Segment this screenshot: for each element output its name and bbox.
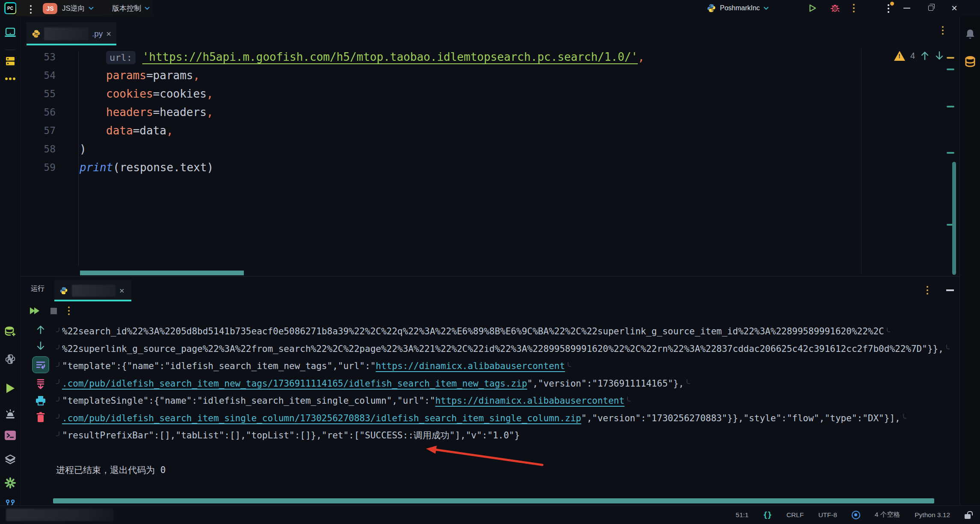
project-menu[interactable]: JS逆向 [62,0,94,16]
line-number[interactable]: 59 [21,158,56,177]
titlebar-actions [808,0,855,16]
highlighting-eye-icon[interactable] [852,511,860,519]
editor-tab-bar: .py × [21,16,959,47]
pycharm-logo-icon[interactable]: PC [4,2,16,14]
project-toolwindow-button[interactable] [0,27,21,38]
python-icon [707,3,716,13]
console-line: .com/pub/idlefish_search_item_new_tags/1… [56,375,954,393]
caret-position-widget[interactable]: 51:1 [736,511,749,519]
window-kebab-wrap[interactable] [884,3,893,15]
console-line: %22superlink_g_source_page%22%3A%22from_… [56,340,954,358]
more-toolwindows-button[interactable] [0,77,21,80]
layers-toolwindow-button[interactable] [0,454,21,466]
left-toolwindow-bar [0,16,21,505]
code-token: , [207,106,213,119]
vcs-menu[interactable]: 版本控制 [112,0,150,16]
code-style-braces-icon[interactable]: {} [763,511,772,519]
interpreter-widget[interactable]: Python 3.12 [915,511,950,519]
code-token: =headers [153,106,207,119]
unlocked-icon[interactable] [965,514,971,519]
database-add-toolwindow-button[interactable] [0,325,21,337]
scroll-to-end-icon[interactable] [36,378,45,390]
code-line: 56headers=headers, [21,103,959,122]
stripe-mark[interactable] [947,152,954,154]
console-hyperlink[interactable]: https://dinamicx.alibabausercontent [435,392,625,410]
stripe-warning-mark[interactable] [947,57,954,59]
main-menu-kebab-icon[interactable] [30,5,32,14]
editor-horizontal-scrollbar[interactable] [80,271,244,275]
console-text: "templateSingle":{"name":"idlefish_searc… [62,392,435,410]
down-stacktrace-icon[interactable] [36,341,45,351]
notifications-bell-icon[interactable] [960,28,980,40]
stop-button[interactable] [50,308,57,314]
prev-arrow-icon[interactable] [920,51,930,61]
soft-wrap-mark [903,414,906,419]
indent-widget[interactable]: 4 个空格 [875,510,900,519]
vcs-menu-label: 版本控制 [112,3,141,13]
console-line: %22search_id%22%3A%2205d8bd5141b735eacf0… [56,323,954,340]
chevron-down-icon [89,6,94,10]
inspections-widget[interactable]: 4 [894,51,944,61]
print-icon[interactable] [35,396,46,406]
hide-toolwindow-button[interactable] [946,289,954,291]
terminal-toolwindow-button[interactable] [0,430,21,441]
rerun-button[interactable] [30,307,39,314]
next-arrow-icon[interactable] [935,51,944,61]
restore-button[interactable] [928,6,933,11]
line-number[interactable]: 54 [21,66,56,85]
problems-toolwindow-button[interactable] [0,408,21,420]
settings-gear-icon[interactable] [0,477,21,489]
console-horizontal-scrollbar[interactable] [53,498,934,503]
line-number[interactable]: 57 [21,122,56,140]
debug-button[interactable] [830,3,840,13]
clear-trash-icon[interactable] [36,412,45,423]
warning-count: 4 [910,51,915,61]
active-tab-indicator [54,300,131,301]
console-hyperlink[interactable]: .com/pub/idlefish_search_item_single_col… [62,410,581,427]
run-tab[interactable]: × [54,280,131,301]
line-number[interactable]: 58 [21,140,56,158]
tabbar-options-kebab-icon[interactable] [942,26,944,35]
up-stacktrace-icon[interactable] [36,325,45,335]
console-hyperlink[interactable]: https://dinamicx.alibabausercontent [376,357,565,375]
console-output[interactable]: %22search_id%22%3A%2205d8bd5141b735eacf0… [56,323,954,444]
encoding-widget[interactable]: UTF-8 [818,511,837,519]
close-button[interactable]: × [951,4,957,12]
code-editor[interactable]: 53url: 'https://h5api.m.goofish.com/h5/m… [21,47,959,276]
code-line: 53url: 'https://h5api.m.goofish.com/h5/m… [21,48,959,66]
code-line: 54params=params, [21,66,959,85]
line-number[interactable]: 53 [21,48,56,66]
minimize-button[interactable] [903,8,910,9]
console-text: %22search_id%22%3A%2205d8bd5141b735eacf0… [62,323,884,340]
line-number[interactable]: 56 [21,103,56,122]
stripe-mark[interactable] [947,68,954,70]
redacted-run-tab-name [72,285,115,297]
soft-wrap-mark [56,345,59,349]
project-avatar[interactable]: JS [43,3,57,14]
run-toolwindow-button[interactable] [0,383,21,394]
run-options-kebab-icon[interactable] [853,4,855,12]
pycharm-logo-text: PC [6,3,15,13]
database-toolwindow-button[interactable] [960,55,980,68]
run-panel-kebab-icon[interactable] [927,286,928,295]
soft-wrap-toggle[interactable] [33,357,48,372]
editor-tab[interactable]: .py × [27,22,116,45]
run-toolbar-kebab-icon[interactable] [68,307,70,315]
run-tab-close-icon[interactable]: × [119,286,124,295]
line-number[interactable]: 55 [21,85,56,103]
pycharm-window: PC JS JS逆向 版本控制 PoshmarkInc [0,0,980,524]
python-packages-toolwindow-button[interactable] [0,354,21,365]
soft-wrap-mark [56,362,59,367]
warning-icon [894,51,905,61]
code-token: , [193,69,200,82]
console-hyperlink[interactable]: .com/pub/idlefish_search_item_new_tags/1… [62,375,527,393]
tab-extension: .py [92,29,103,39]
run-button[interactable] [808,3,817,13]
window-kebab-icon[interactable] [884,4,893,13]
line-separator-widget[interactable]: CRLF [786,511,803,519]
run-configuration-widget[interactable]: PoshmarkInc [707,0,769,16]
services-toolwindow-button[interactable] [0,56,21,67]
tab-close-icon[interactable]: × [106,30,111,38]
editor-vertical-scrollbar[interactable] [952,162,956,275]
stripe-mark[interactable] [947,106,954,107]
